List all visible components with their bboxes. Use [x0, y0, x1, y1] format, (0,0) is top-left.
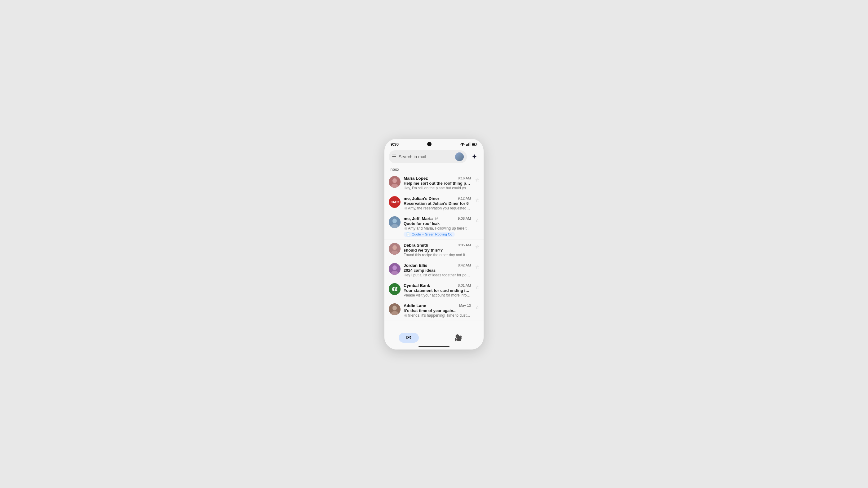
- email-sender: Jordan Ellis: [404, 263, 455, 268]
- avatar: [389, 216, 401, 228]
- email-time: 9:08 AM: [458, 217, 471, 220]
- svg-point-14: [393, 245, 397, 250]
- star-col: ☆: [474, 263, 479, 270]
- email-preview: Hi Amy and Maria, Following up here t...: [404, 226, 471, 230]
- svg-rect-6: [477, 144, 477, 145]
- bottom-nav: ✉ 🎥: [384, 330, 484, 344]
- star-col: ☆: [474, 283, 479, 290]
- email-count: 16: [435, 217, 438, 221]
- star-icon[interactable]: ☆: [475, 177, 479, 183]
- avatar: [389, 176, 401, 188]
- email-item[interactable]: Maria Lopez 9:16 AM Help me sort out the…: [384, 173, 484, 193]
- email-content: Debra Smith 9:05 AM should we try this??…: [404, 243, 471, 257]
- document-icon: 📄: [406, 232, 410, 236]
- gemini-button[interactable]: ✦: [469, 152, 479, 162]
- email-content: Cymbal Bank 8:01 AM Your statement for c…: [404, 283, 471, 297]
- home-indicator: [384, 344, 484, 350]
- email-subject: Reservation at Julian's Diner for 6: [404, 201, 471, 206]
- email-sender: Debra Smith: [404, 243, 455, 248]
- email-subject: It's that time of year again...: [404, 308, 471, 313]
- email-item[interactable]: me, Jeff, Maria 16 9:08 AM Quote for roo…: [384, 213, 484, 240]
- email-item[interactable]: Addie Lane May 13 It's that time of year…: [384, 300, 484, 320]
- email-header: Jordan Ellis 8:42 AM: [404, 263, 471, 268]
- home-bar: [418, 346, 450, 347]
- email-preview: Found this recipe the other day and it m…: [404, 253, 471, 257]
- star-icon[interactable]: ☆: [475, 264, 479, 270]
- svg-rect-3: [470, 142, 471, 145]
- email-time: 9:05 AM: [458, 243, 471, 247]
- status-bar: 9:30: [384, 139, 484, 149]
- star-icon[interactable]: ☆: [475, 197, 479, 203]
- email-preview: Hi Amy, the reservation you requested is…: [404, 206, 471, 210]
- star-icon[interactable]: ☆: [475, 218, 479, 223]
- email-item[interactable]: DINER me, Julian's Diner 9:12 AM Reserva…: [384, 193, 484, 213]
- svg-rect-5: [472, 143, 475, 145]
- star-col: ☆: [474, 243, 479, 250]
- avatar: [389, 263, 401, 275]
- star-col: ☆: [474, 176, 479, 183]
- email-header: Cymbal Bank 8:01 AM: [404, 283, 471, 288]
- email-preview: Hi friends, it's happening! Time to dust…: [404, 313, 471, 318]
- svg-rect-1: [467, 144, 468, 145]
- email-item[interactable]: Debra Smith 9:05 AM should we try this??…: [384, 240, 484, 260]
- attachment-label: Quote – Green Roofing Co: [412, 232, 452, 236]
- svg-text:₡₡: ₡₡: [392, 287, 397, 292]
- email-time: 8:42 AM: [458, 263, 471, 267]
- svg-point-17: [393, 265, 397, 270]
- email-item[interactable]: Jordan Ellis 8:42 AM 2024 camp ideas Hey…: [384, 260, 484, 280]
- inbox-label: Inbox: [384, 166, 484, 173]
- menu-icon[interactable]: ☰: [392, 154, 396, 160]
- email-subject: should we try this??: [404, 248, 471, 253]
- star-col: ☆: [474, 303, 479, 310]
- email-time: 9:12 AM: [458, 196, 471, 200]
- email-content: me, Julian's Diner 9:12 AM Reservation a…: [404, 196, 471, 210]
- nav-meet[interactable]: 🎥: [447, 333, 470, 343]
- email-list: Maria Lopez 9:16 AM Help me sort out the…: [384, 173, 484, 330]
- svg-point-11: [393, 219, 397, 223]
- search-bar[interactable]: ☰ Search in mail: [389, 150, 467, 163]
- email-time: 9:16 AM: [458, 176, 471, 180]
- email-subject: 2024 camp ideas: [404, 268, 471, 273]
- search-input[interactable]: Search in mail: [399, 154, 453, 159]
- email-header: me, Julian's Diner 9:12 AM: [404, 196, 471, 201]
- status-icons: [460, 142, 477, 146]
- email-time: 8:01 AM: [458, 284, 471, 287]
- star-icon[interactable]: ☆: [475, 244, 479, 250]
- email-content: Jordan Ellis 8:42 AM 2024 camp ideas Hey…: [404, 263, 471, 277]
- email-sender: me, Julian's Diner: [404, 196, 455, 201]
- star-icon[interactable]: ☆: [475, 285, 479, 290]
- email-item[interactable]: ₡₡ Cymbal Bank 8:01 AM Your statement fo…: [384, 280, 484, 300]
- email-header: me, Jeff, Maria 16 9:08 AM: [404, 216, 471, 221]
- video-icon: 🎥: [455, 334, 462, 341]
- email-subject: Quote for roof leak: [404, 221, 471, 226]
- search-bar-row: ☰ Search in mail ✦: [384, 149, 484, 166]
- email-header: Addie Lane May 13: [404, 303, 471, 308]
- mail-icon: ✉: [406, 334, 411, 341]
- star-icon[interactable]: ☆: [475, 304, 479, 310]
- avatar: [389, 303, 401, 315]
- star-col: ☆: [474, 196, 479, 203]
- camera-dot: [427, 142, 432, 146]
- email-preview: Hey, I'm still on the plane but could yo…: [404, 186, 471, 190]
- user-avatar[interactable]: [455, 153, 464, 161]
- avatar: [389, 243, 401, 255]
- email-content: Addie Lane May 13 It's that time of year…: [404, 303, 471, 318]
- svg-point-22: [393, 305, 397, 310]
- star-col: ☆: [474, 216, 479, 223]
- email-content: Maria Lopez 9:16 AM Help me sort out the…: [404, 176, 471, 190]
- email-subject: Help me sort out the roof thing please: [404, 181, 471, 186]
- email-sender: Cymbal Bank: [404, 283, 455, 288]
- phone-frame: 9:30 ☰ Search in mail: [384, 139, 484, 350]
- email-subject: Your statement for card ending in 1988 i…: [404, 288, 471, 293]
- status-time: 9:30: [391, 142, 399, 147]
- svg-rect-2: [468, 143, 469, 145]
- email-content: me, Jeff, Maria 16 9:08 AM Quote for roo…: [404, 216, 471, 237]
- email-header: Maria Lopez 9:16 AM: [404, 176, 471, 181]
- email-preview: Please visit your account for more infor…: [404, 293, 471, 297]
- email-sender: Maria Lopez: [404, 176, 455, 181]
- attachment-chip[interactable]: 📄 Quote – Green Roofing Co: [404, 232, 455, 237]
- nav-mail[interactable]: ✉: [399, 333, 419, 343]
- battery-icon: [472, 142, 477, 146]
- svg-rect-0: [466, 144, 467, 145]
- email-preview: Hey I put a list of ideas together for p…: [404, 273, 471, 277]
